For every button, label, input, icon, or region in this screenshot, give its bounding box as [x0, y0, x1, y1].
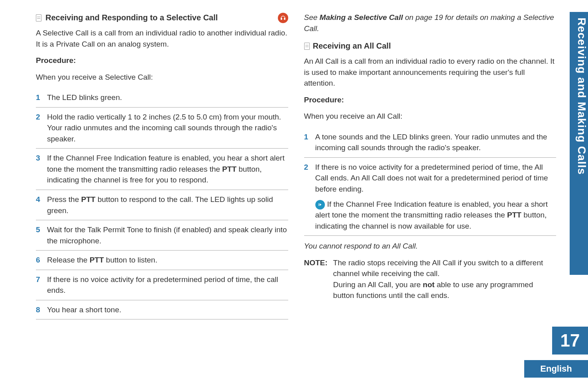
- step-text: Hold the radio vertically 1 to 2 inches …: [47, 113, 281, 143]
- step-item: You hear a short tone.: [36, 300, 288, 320]
- section-header-selective-call: Receiving and Responding to a Selective …: [36, 12, 288, 24]
- see-link-text: Making a Selective Call: [320, 13, 403, 22]
- page-number: 17: [552, 327, 588, 355]
- step-text: Press the: [47, 195, 81, 204]
- document-icon: [304, 43, 310, 50]
- section-title: Receiving an All Call: [313, 40, 391, 52]
- step-text: A tone sounds and the LED blinks green. …: [315, 133, 547, 152]
- step-item: Press the PTT button to respond to the c…: [36, 190, 288, 220]
- section-header-all-call: Receiving an All Call: [304, 40, 557, 52]
- step-text: If there is no voice activity for a pred…: [47, 275, 278, 295]
- cannot-respond-text: You cannot respond to an All Call.: [304, 241, 557, 252]
- right-column: See Making a Selective Call on page 19 f…: [304, 12, 572, 319]
- procedure-label: Procedure:: [304, 94, 557, 106]
- step-item: Release the PTT button to listen.: [36, 251, 288, 270]
- note-inline: If the Channel Free Indication feature i…: [315, 199, 557, 232]
- step-item: If there is no voice activity for a pred…: [36, 270, 288, 300]
- step-text: Wait for the Talk Permit Tone to finish …: [47, 225, 287, 245]
- intro-text: A Selective Call is a call from an indiv…: [36, 27, 288, 49]
- note-icon: [315, 200, 325, 210]
- step-item: Wait for the Talk Permit Tone to finish …: [36, 220, 288, 251]
- note-body: The radio stops receiving the All Call i…: [333, 257, 556, 301]
- step-text: You hear a short tone.: [47, 306, 121, 314]
- steps-list-right: A tone sounds and the LED blinks green. …: [304, 127, 557, 236]
- headset-icon: [278, 13, 288, 23]
- ptt-label: PTT: [222, 165, 236, 173]
- procedure-label: Procedure:: [36, 55, 288, 66]
- note-block: NOTE: The radio stops receiving the All …: [304, 257, 557, 301]
- see-reference: See Making a Selective Call on page 19 f…: [304, 12, 557, 34]
- section-title: Receiving and Responding to a Selective …: [45, 12, 218, 24]
- language-label: English: [524, 360, 588, 378]
- ptt-label: PTT: [90, 256, 104, 264]
- see-text: See: [304, 13, 320, 22]
- note-line: The radio stops receiving the All Call i…: [333, 259, 543, 278]
- note-line: During an All Call, you are: [333, 280, 423, 289]
- note-label: NOTE:: [304, 257, 328, 301]
- step-text: If there is no voice activity for a pred…: [315, 163, 548, 193]
- step-item: If there is no voice activity for a pred…: [304, 158, 557, 236]
- step-text: Release the: [47, 256, 90, 264]
- step-text: The LED blinks green.: [47, 93, 122, 102]
- step-item: If the Channel Free Indication feature i…: [36, 149, 288, 190]
- ptt-label: PTT: [507, 211, 521, 219]
- left-column: Receiving and Responding to a Selective …: [36, 12, 288, 319]
- sidebar-chapter-title: Receiving and Making Calls: [570, 12, 588, 275]
- svg-rect-1: [284, 18, 285, 20]
- not-bold: not: [423, 280, 435, 289]
- when-text: When you receive a Selective Call:: [36, 72, 288, 83]
- when-text: When you receive an All Call:: [304, 111, 557, 122]
- steps-list-left: The LED blinks green. Hold the radio ver…: [36, 88, 288, 319]
- step-item: A tone sounds and the LED blinks green. …: [304, 127, 557, 158]
- step-item: Hold the radio vertically 1 to 2 inches …: [36, 108, 288, 149]
- svg-rect-0: [281, 18, 281, 20]
- document-icon: [36, 14, 41, 22]
- intro-text: An All Call is a call from an individual…: [304, 56, 557, 89]
- step-text: button to listen.: [104, 256, 157, 264]
- step-item: The LED blinks green.: [36, 88, 288, 108]
- ptt-label: PTT: [81, 195, 96, 204]
